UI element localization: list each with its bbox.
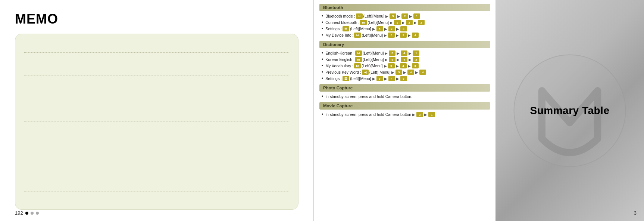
memo-footer: 192 — [15, 210, 39, 216]
dictionary-header: Dictionary — [319, 41, 490, 48]
right-page-number: 3 — [634, 210, 637, 216]
bt-icon-2: bt — [360, 20, 367, 25]
memo-line-4 — [24, 121, 289, 122]
movie-capture-item: In standby screen, press and hold Camera… — [322, 112, 490, 117]
key-5-7: 5 — [388, 63, 395, 68]
key-2-6: 2 — [413, 57, 419, 62]
bluetooth-mode-item: Bluetooth mode : bt (Left)[Menu] ▶ 5 ▶ 2… — [322, 13, 490, 19]
previous-key-word-item: Previous Key Word : ◀ (Left)[Menu] ▶ 5 ▶… — [322, 70, 490, 75]
bt-icon-5: bt — [355, 57, 362, 62]
summary-panel: Summary Table 3 — [495, 0, 644, 221]
dot-3 — [36, 212, 39, 215]
instructions-panel: Bluetooth Bluetooth mode : bt (Left)[Men… — [314, 0, 495, 221]
key-2-3: 2 — [418, 20, 425, 25]
memo-line-3 — [24, 98, 289, 99]
key-3-2: 3 — [412, 63, 419, 68]
dictionary-settings-label: Settings : — [325, 76, 342, 81]
photo-capture-text: In standby screen, press and hold Camera… — [325, 94, 412, 99]
key-2-1: 2 — [401, 13, 408, 19]
key-1-2: 1 — [413, 50, 419, 56]
memo-line-7 — [24, 191, 289, 191]
memo-line-1 — [24, 52, 289, 53]
bt-icon-3: bt — [354, 33, 361, 38]
key-4-7: 4 — [388, 76, 395, 81]
bluetooth-settings-label: Settings : — [325, 27, 342, 31]
dot-1 — [25, 212, 28, 215]
movie-capture-header: Movie Capture — [319, 102, 490, 110]
memo-panel: MEMO 192 — [0, 0, 313, 221]
key-5-3: 5 — [376, 26, 383, 31]
photo-capture-header: Photo Capture — [319, 84, 490, 92]
key-4-1: 4 — [412, 33, 419, 38]
key-4-3: 4 — [401, 57, 407, 62]
my-vocabulary-label: My Vocabulary : — [325, 64, 353, 68]
key-2-2: 2 — [406, 20, 413, 25]
key-5-10: 5 — [400, 76, 407, 81]
key-4-2: 4 — [401, 50, 407, 56]
key-5-2: 5 — [394, 20, 401, 25]
key-5-4: 5 — [388, 33, 395, 38]
connect-bluetooth-label: Connect bluetooth : — [325, 20, 359, 25]
key-2-movie: 2 — [416, 112, 423, 117]
my-vocabulary-item: My Vocabulary : bt (Left)[Menu] ▶ 5 ▶ 4 … — [322, 63, 490, 68]
key-5-8: 5 — [396, 70, 402, 75]
dictionary-settings-item: Settings : ☰ (Left)[Menu] ▶ 5 ▶ 4 ▶ 5 — [322, 76, 490, 81]
previous-key-word-label: Previous Key Word : — [325, 70, 361, 74]
korean-english-label: Korean-English : — [325, 57, 354, 62]
key-4-5: 4 — [407, 70, 414, 75]
english-korean-label: English-Korean : — [325, 51, 354, 55]
set-icon-2: ☰ — [343, 76, 349, 81]
key-1-1: 1 — [413, 13, 420, 19]
key-2-5: 2 — [400, 33, 407, 38]
key-5-9: 5 — [376, 76, 383, 81]
key-5-6: 5 — [389, 57, 396, 62]
my-device-info-label: My Device Info : — [325, 33, 353, 37]
memo-line-2 — [24, 75, 289, 76]
movie-capture-text: In standby screen, press and hold Camera… — [325, 112, 411, 117]
key-4-6: 4 — [419, 70, 426, 75]
memo-title: MEMO — [15, 11, 298, 27]
bluetooth-settings-item: Settings : ☰ (Left)[Menu] ▶ 5 ▶ 2 ▶ 3 — [322, 26, 490, 31]
photo-capture-item: In standby screen, press and hold Camera… — [322, 94, 490, 99]
prev-icon: ◀ — [362, 70, 369, 75]
key-4-4: 4 — [400, 63, 407, 68]
memo-line-6 — [24, 168, 289, 168]
bt-icon-6: bt — [354, 63, 361, 68]
bluetooth-mode-label: Bluetooth mode : — [325, 14, 355, 18]
dot-2 — [31, 212, 34, 215]
memo-card — [15, 34, 298, 210]
korean-english-item: Korean-English : bt (Left)[Menu] ▶ 5 ▶ 4… — [322, 57, 490, 62]
english-korean-item: English-Korean : bt (Left)[Menu] ▶ 5 ▶ 4… — [322, 50, 490, 56]
key-5-5: 5 — [389, 50, 396, 56]
set-icon-1: ☰ — [343, 26, 349, 31]
key-5-1: 5 — [390, 13, 396, 19]
connect-bluetooth-item: Connect bluetooth : bt (Left)[Menu] ▶ 5 … — [322, 20, 490, 25]
memo-line-5 — [24, 144, 289, 145]
bt-icon-4: bt — [355, 50, 362, 56]
key-3-1: 3 — [400, 26, 407, 31]
bt-icon-1: bt — [356, 13, 363, 19]
key-1-movie: 1 — [428, 112, 435, 117]
page-number: 192 — [15, 210, 23, 216]
summary-title: Summary Table — [530, 105, 610, 117]
my-device-info-item: My Device Info : bt (Left)[Menu] ▶ 5 ▶ 2… — [322, 33, 490, 38]
key-2-4: 2 — [388, 26, 395, 31]
bluetooth-header: Bluetooth — [319, 4, 490, 11]
